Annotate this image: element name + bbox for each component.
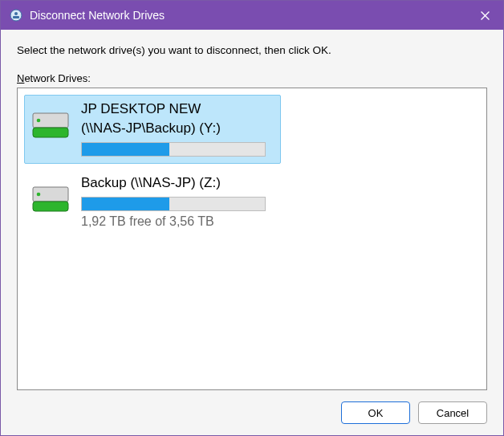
usage-fill (82, 198, 169, 210)
network-drive-icon (31, 184, 70, 216)
drive-info: JP DESKTOP NEW (\\NAS-JP\Backup) (Y:) (81, 100, 274, 157)
close-button[interactable] (466, 1, 503, 30)
usage-fill (82, 143, 169, 156)
app-icon (9, 8, 23, 22)
window-title: Disconnect Network Drives (30, 9, 466, 22)
svg-point-7 (37, 119, 41, 123)
drive-name-line2: (\\NAS-JP\Backup) (Y:) (81, 120, 274, 137)
svg-point-2 (14, 12, 18, 15)
usage-bar (81, 142, 266, 157)
list-label-mnemonic: N (17, 72, 24, 84)
dialog-content: Select the network drive(s) you want to … (1, 30, 503, 435)
svg-rect-9 (33, 202, 68, 211)
dialog-window: Disconnect Network Drives Select the net… (0, 0, 504, 436)
button-row: OK Cancel (17, 390, 487, 424)
network-drives-list[interactable]: JP DESKTOP NEW (\\NAS-JP\Backup) (Y:) (17, 88, 487, 390)
drive-info: Backup (\\NAS-JP) (Z:) 1,92 TB free of 3… (81, 174, 274, 229)
drive-item[interactable]: Backup (\\NAS-JP) (Z:) 1,92 TB free of 3… (24, 169, 281, 236)
svg-point-10 (37, 193, 41, 197)
drive-name-line1: JP DESKTOP NEW (81, 100, 274, 118)
usage-bar (81, 197, 266, 211)
titlebar: Disconnect Network Drives (1, 1, 503, 30)
cancel-button[interactable]: Cancel (418, 401, 487, 424)
drive-name-line1: Backup (\\NAS-JP) (Z:) (81, 174, 274, 192)
ok-button[interactable]: OK (341, 401, 410, 424)
list-label: Network Drives: (17, 72, 487, 84)
drive-free-text: 1,92 TB free of 3,56 TB (81, 214, 274, 229)
svg-rect-1 (13, 16, 19, 18)
list-label-rest: etwork Drives: (24, 72, 90, 84)
drive-item[interactable]: JP DESKTOP NEW (\\NAS-JP\Backup) (Y:) (24, 95, 281, 164)
network-drive-icon (31, 110, 70, 142)
instruction-text: Select the network drive(s) you want to … (17, 44, 487, 56)
svg-rect-6 (33, 128, 68, 137)
